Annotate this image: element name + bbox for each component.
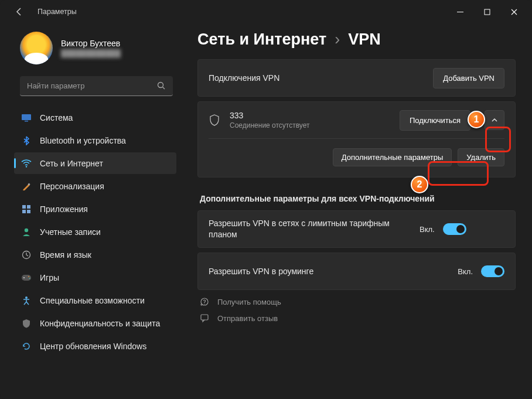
svg-rect-14 <box>22 275 31 281</box>
sidebar-item-time[interactable]: Время и язык <box>14 244 176 265</box>
avatar <box>20 32 53 64</box>
accessibility-icon <box>21 295 32 306</box>
sidebar-item-update[interactable]: Центр обновления Windows <box>14 335 176 357</box>
user-name: Виктор Бухтеев <box>61 39 121 48</box>
svg-rect-11 <box>27 210 30 213</box>
delete-button[interactable]: Удалить <box>458 148 504 166</box>
sidebar-item-label: Время и язык <box>40 250 91 260</box>
svg-line-3 <box>163 87 165 90</box>
sidebar-item-accessibility[interactable]: Специальные возможности <box>14 289 176 311</box>
add-vpn-button[interactable]: Добавить VPN <box>433 68 504 88</box>
sidebar-item-label: Система <box>40 113 73 122</box>
time-icon <box>21 250 32 260</box>
privacy-icon <box>21 318 32 329</box>
breadcrumb-current: VPN <box>348 30 381 49</box>
chevron-right-icon: › <box>335 30 340 49</box>
metered-label: Разрешить VPN в сетях с лимитным тарифны… <box>209 218 420 240</box>
sidebar-item-label: Специальные возможности <box>40 296 145 305</box>
sidebar-item-personalization[interactable]: Персонализация <box>14 175 176 197</box>
svg-rect-4 <box>22 114 31 120</box>
svg-rect-5 <box>25 121 28 122</box>
svg-point-18 <box>25 296 28 299</box>
metered-option-card: Разрешить VPN в сетях с лимитным тарифны… <box>197 210 516 248</box>
expand-button[interactable] <box>485 110 504 130</box>
sidebar-item-label: Учетные записи <box>40 227 101 237</box>
roaming-toggle[interactable] <box>481 265 504 277</box>
feedback-label: Отправить отзыв <box>217 314 278 323</box>
maximize-button[interactable] <box>473 2 500 21</box>
svg-rect-1 <box>485 9 490 15</box>
metered-state: Вкл. <box>420 225 435 234</box>
search-icon <box>157 81 166 90</box>
help-icon <box>200 297 209 306</box>
user-email: ████████████ <box>61 49 121 57</box>
search-input[interactable] <box>27 81 157 90</box>
breadcrumb: Сеть и Интернет › VPN <box>197 26 516 59</box>
sidebar: Виктор Бухтеев ████████████ СистемаBluet… <box>0 23 185 399</box>
personalization-icon <box>21 181 32 192</box>
svg-point-15 <box>23 277 25 278</box>
sidebar-item-system[interactable]: Система <box>14 107 176 128</box>
search-box[interactable] <box>20 76 173 96</box>
sidebar-item-label: Центр обновления Windows <box>40 342 146 351</box>
metered-toggle[interactable] <box>443 223 466 235</box>
window-title: Параметры <box>37 8 77 16</box>
vpn-name: 333 <box>230 111 390 120</box>
connect-button[interactable]: Подключиться <box>400 110 470 131</box>
svg-point-16 <box>28 276 29 277</box>
svg-rect-10 <box>22 210 26 213</box>
main-content: Сеть и Интернет › VPN Подключения VPN До… <box>185 23 532 399</box>
back-button[interactable] <box>11 3 28 21</box>
update-icon <box>21 341 32 352</box>
user-profile[interactable]: Виктор Бухтеев ████████████ <box>0 23 179 73</box>
svg-rect-9 <box>27 205 30 209</box>
shield-icon <box>209 114 220 127</box>
sidebar-item-label: Приложения <box>40 204 88 214</box>
get-help-label: Получить помощь <box>217 298 281 306</box>
feedback-icon <box>200 313 209 323</box>
vpn-connections-card: Подключения VPN Добавить VPN <box>197 59 516 97</box>
roaming-option-card: Разрешить VPN в роуминге Вкл. <box>197 253 516 290</box>
badge-1: 1 <box>468 111 485 128</box>
sidebar-item-gaming[interactable]: Игры <box>14 267 176 288</box>
get-help-link[interactable]: Получить помощь <box>200 297 516 306</box>
minimize-button[interactable] <box>446 2 473 21</box>
sidebar-item-label: Сеть и Интернет <box>40 159 103 168</box>
svg-point-21 <box>201 304 202 305</box>
close-button[interactable] <box>500 2 527 21</box>
gaming-icon <box>21 272 32 283</box>
sidebar-item-label: Игры <box>40 273 59 282</box>
svg-point-12 <box>25 228 28 231</box>
sidebar-item-privacy[interactable]: Конфиденциальность и защита <box>14 312 176 334</box>
apps-icon <box>21 204 32 214</box>
accounts-icon <box>21 227 32 237</box>
badge-2: 2 <box>411 176 428 193</box>
svg-point-2 <box>158 83 163 88</box>
roaming-label: Разрешить VPN в роуминге <box>209 267 458 276</box>
sidebar-item-network[interactable]: Сеть и Интернет <box>14 152 176 174</box>
svg-point-17 <box>29 278 30 279</box>
network-icon <box>21 158 32 169</box>
svg-rect-22 <box>201 315 208 320</box>
sidebar-item-label: Персонализация <box>40 182 104 191</box>
svg-rect-8 <box>22 205 26 209</box>
svg-point-6 <box>26 166 27 167</box>
vpn-status: Соединение отсутствует <box>230 121 390 129</box>
sidebar-item-label: Конфиденциальность и защита <box>40 319 160 328</box>
roaming-state: Вкл. <box>458 267 473 276</box>
bluetooth-icon <box>21 135 32 146</box>
sidebar-item-apps[interactable]: Приложения <box>14 198 176 220</box>
vpn-item-card: 333 Соединение отсутствует Подключиться … <box>197 101 516 178</box>
vpn-connections-title: Подключения VPN <box>209 73 433 83</box>
advanced-options-button[interactable]: Дополнительные параметры <box>333 148 452 166</box>
svg-point-20 <box>204 303 204 304</box>
advanced-section-title: Дополнительные параметры для всех VPN-по… <box>197 182 516 210</box>
feedback-link[interactable]: Отправить отзыв <box>200 313 516 323</box>
breadcrumb-parent[interactable]: Сеть и Интернет <box>197 30 326 49</box>
sidebar-item-accounts[interactable]: Учетные записи <box>14 221 176 243</box>
sidebar-item-label: Bluetooth и устройства <box>40 136 126 145</box>
sidebar-item-bluetooth[interactable]: Bluetooth и устройства <box>14 129 176 151</box>
system-icon <box>21 112 32 123</box>
